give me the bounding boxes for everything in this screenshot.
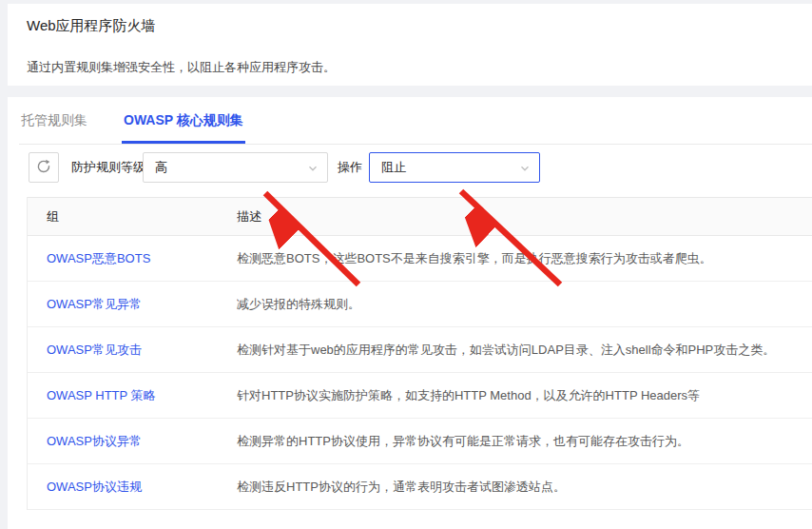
rules-table: 组 描述 OWASP恶意BOTS 检测恶意BOTS，这些BOTS不是来自搜索引擎… bbox=[27, 197, 812, 510]
action-value: 阻止 bbox=[381, 159, 406, 176]
column-header-description: 描述 bbox=[237, 208, 812, 225]
rule-group-link[interactable]: OWASP常见异常 bbox=[47, 297, 142, 311]
action-select[interactable]: 阻止 bbox=[369, 152, 540, 183]
refresh-button[interactable] bbox=[29, 152, 59, 183]
tab-managed-rulesets[interactable]: 托管规则集 bbox=[19, 107, 89, 144]
table-row: OWASP恶意BOTS 检测恶意BOTS，这些BOTS不是来自搜索引擎，而是执行… bbox=[28, 236, 812, 282]
table-row: OWASP常见攻击 检测针对基于web的应用程序的常见攻击，如尝试访问LDAP目… bbox=[28, 327, 812, 373]
tab-owasp-core-ruleset[interactable]: OWASP 核心规则集 bbox=[122, 107, 245, 144]
table-row: OWASP常见异常 减少误报的特殊规则。 bbox=[28, 282, 812, 327]
protection-level-label: 防护规则等级 bbox=[71, 152, 145, 183]
filter-toolbar: 防护规则等级 高 操作 阻止 bbox=[8, 152, 812, 183]
tab-bar: 托管规则集 OWASP 核心规则集 bbox=[19, 107, 812, 145]
rule-description: 针对HTTP协议实施防护策略，如支持的HTTP Method，以及允许的HTTP… bbox=[237, 387, 812, 404]
protection-level-value: 高 bbox=[155, 159, 167, 176]
table-header-row: 组 描述 bbox=[28, 197, 812, 236]
rule-description: 减少误报的特殊规则。 bbox=[237, 296, 812, 313]
rule-description: 检测恶意BOTS，这些BOTS不是来自搜索引擎，而是执行恶意搜索行为攻击或者爬虫… bbox=[237, 250, 812, 267]
protection-level-select[interactable]: 高 bbox=[143, 152, 328, 183]
table-row: OWASP协议异常 检测异常的HTTP协议使用，异常协议有可能是正常请求，也有可… bbox=[28, 419, 812, 464]
refresh-icon bbox=[36, 159, 51, 177]
rules-card: 托管规则集 OWASP 核心规则集 防护规则等级 高 bbox=[8, 97, 812, 529]
rule-group-link[interactable]: OWASP HTTP 策略 bbox=[47, 388, 156, 402]
rule-group-link[interactable]: OWASP恶意BOTS bbox=[47, 251, 150, 265]
table-row: OWASP协议违规 检测违反HTTP协议的行为，通常表明攻击者试图渗透站点。 bbox=[28, 464, 812, 510]
waf-settings-page: Web应用程序防火墙 通过内置规则集增强安全性，以阻止各种应用程序攻击。 托管规… bbox=[0, 0, 812, 529]
table-row: OWASP HTTP 策略 针对HTTP协议实施防护策略，如支持的HTTP Me… bbox=[28, 373, 812, 419]
page-title: Web应用程序防火墙 bbox=[27, 17, 156, 35]
column-header-group: 组 bbox=[28, 208, 237, 225]
rule-description: 检测针对基于web的应用程序的常见攻击，如尝试访问LDAP目录、注入shell命… bbox=[237, 342, 812, 359]
rule-group-link[interactable]: OWASP协议异常 bbox=[47, 434, 142, 448]
page-subtitle: 通过内置规则集增强安全性，以阻止各种应用程序攻击。 bbox=[27, 59, 336, 76]
action-label: 操作 bbox=[338, 152, 362, 183]
rule-description: 检测异常的HTTP协议使用，异常协议有可能是正常请求，也有可能存在攻击行为。 bbox=[237, 433, 812, 450]
page-header-card: Web应用程序防火墙 通过内置规则集增强安全性，以阻止各种应用程序攻击。 bbox=[8, 4, 812, 86]
chevron-down-icon bbox=[519, 163, 531, 177]
rule-group-link[interactable]: OWASP协议违规 bbox=[47, 480, 142, 494]
rule-group-link[interactable]: OWASP常见攻击 bbox=[47, 343, 142, 357]
chevron-down-icon bbox=[307, 163, 319, 177]
rule-description: 检测违反HTTP协议的行为，通常表明攻击者试图渗透站点。 bbox=[237, 479, 812, 496]
